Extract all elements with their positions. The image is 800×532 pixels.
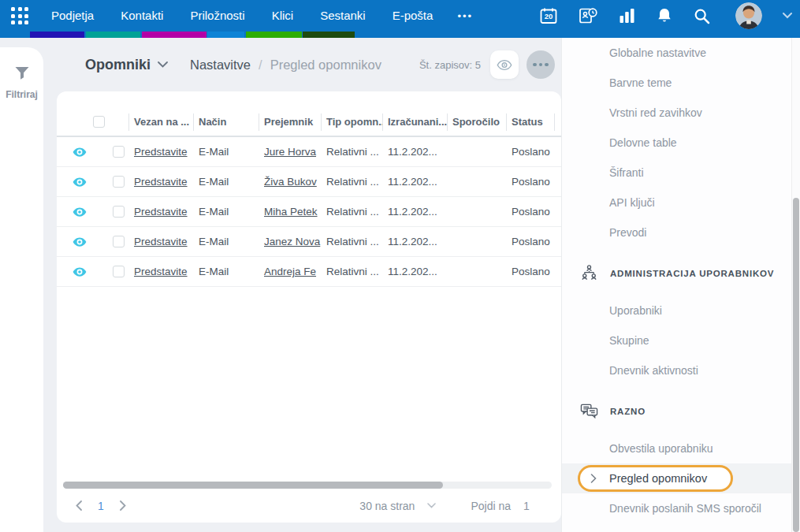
view-settings-button[interactable] xyxy=(490,50,519,79)
cell-prejemnik[interactable]: Miha Petek xyxy=(259,206,321,218)
nav-item-label: Sestanki xyxy=(320,9,366,22)
cell-prejemnik[interactable]: Janez Nova xyxy=(259,236,321,247)
sidebar-item-label: Delovne table xyxy=(609,136,677,149)
row-checkbox-cell xyxy=(88,266,128,277)
nav-item-prilo-nosti[interactable]: Priložnosti xyxy=(177,0,258,32)
filter-label: Filtriraj xyxy=(6,89,38,100)
horizontal-scrollbar-thumb[interactable] xyxy=(63,482,443,489)
row-checkbox[interactable] xyxy=(113,236,125,247)
sidebar-item-prevodi[interactable]: Prevodi xyxy=(562,218,800,247)
sidebar-section: ADMINISTRACIJA UPORABNIKOV xyxy=(562,259,800,288)
nav-item-podjetja[interactable]: Podjetja xyxy=(38,0,107,32)
cell-prejemnik[interactable]: Andreja Fe xyxy=(259,266,321,277)
goto-page-input[interactable] xyxy=(523,500,538,512)
cell-status: Poslano xyxy=(506,176,554,188)
cell-vezan-na[interactable]: Predstavite xyxy=(128,236,193,247)
page-size-select[interactable]: 30 na stran xyxy=(359,500,436,512)
nav-item-e-po-ta[interactable]: E-pošta xyxy=(379,0,447,32)
chat-bubbles-icon xyxy=(580,402,598,421)
search-icon[interactable] xyxy=(694,8,710,24)
column-header-nacin[interactable]: Način xyxy=(193,113,259,131)
sidebar-item-vrstni-red-zavihkov[interactable]: Vrstni red zavihkov xyxy=(562,98,800,128)
cell-status: Poslano xyxy=(506,266,554,277)
filter-panel[interactable]: Filtriraj xyxy=(0,47,43,532)
column-header-vezan-na[interactable]: Vezan na ... xyxy=(128,113,193,131)
nav-item-kontakti[interactable]: Kontakti xyxy=(107,0,177,32)
table-header: Vezan na ... Način Prejemnik Tip opomn..… xyxy=(57,108,561,137)
column-header-izracunani[interactable]: Izračunani... xyxy=(382,113,447,131)
eye-icon xyxy=(73,147,87,158)
contacts-history-icon[interactable] xyxy=(579,6,598,25)
prev-page-button[interactable] xyxy=(73,497,85,514)
view-record-button[interactable] xyxy=(57,177,88,188)
row-checkbox[interactable] xyxy=(113,146,125,158)
column-header-tip-opomnika[interactable]: Tip opomn... xyxy=(321,113,382,131)
cell-nacin: E-Mail xyxy=(193,236,259,247)
breadcrumb-separator: / xyxy=(259,58,262,73)
chevron-down-icon xyxy=(427,503,436,508)
calendar-icon[interactable]: 20 xyxy=(539,6,558,25)
more-actions-button[interactable] xyxy=(527,50,555,79)
nav-item-label: Kontakti xyxy=(121,9,163,22)
cell-vezan-na[interactable]: Predstavite xyxy=(128,206,193,218)
sidebar-item-api-klju-i[interactable]: API ključi xyxy=(562,188,800,218)
view-selector[interactable]: Opomniki xyxy=(85,57,168,73)
cell-izracunani: 11.2.202... xyxy=(382,146,447,158)
view-record-button[interactable] xyxy=(57,266,88,277)
sidebar-item-barvne-teme[interactable]: Barvne teme xyxy=(562,68,800,98)
sidebar-item-label: Vrstni red zavihkov xyxy=(609,106,702,119)
sidebar-item-delovne-table[interactable]: Delovne table xyxy=(562,128,800,158)
view-record-button[interactable] xyxy=(57,147,88,158)
notifications-bell-icon[interactable] xyxy=(656,7,673,24)
nav-more-button[interactable]: ••• xyxy=(446,10,484,22)
column-header-filler xyxy=(554,113,561,131)
sidebar-item-pregled-opomnikov[interactable]: Pregled opomnikov xyxy=(562,463,800,493)
breadcrumb-parent[interactable]: Nastavitve xyxy=(190,58,251,73)
sidebar-item-skupine[interactable]: Skupine xyxy=(562,326,800,355)
bar-chart-icon[interactable] xyxy=(619,8,635,24)
cell-nacin: E-Mail xyxy=(193,266,259,277)
cell-vezan-na[interactable]: Predstavite xyxy=(128,266,193,277)
sidebar-item-label: Šifranti xyxy=(609,166,644,179)
column-header-sporocilo[interactable]: Sporočilo xyxy=(447,113,506,131)
chevron-right-icon xyxy=(120,500,126,511)
sidebar-item-label: Prevodi xyxy=(609,226,646,239)
sidebar-item-obvestila-uporabniku[interactable]: Obvestila uporabniku xyxy=(562,433,800,463)
view-record-button[interactable] xyxy=(57,206,88,218)
user-menu-chevron-icon[interactable] xyxy=(783,13,792,19)
horizontal-scrollbar[interactable] xyxy=(63,482,552,489)
cell-nacin: E-Mail xyxy=(193,176,259,188)
main-nav: PodjetjaKontaktiPriložnostiKliciSestanki… xyxy=(38,0,446,32)
cell-prejemnik[interactable]: Živa Bukov xyxy=(259,176,321,188)
sidebar-item-globalne-nastavitve[interactable]: Globalne nastavitve xyxy=(562,38,800,68)
table-row: Predstavite E-Mail Jure Horva Relativni … xyxy=(57,137,561,167)
nav-item-klici[interactable]: Klici xyxy=(259,0,307,32)
sidebar-scrollbar-thumb[interactable] xyxy=(793,198,799,532)
column-header-status[interactable]: Status xyxy=(506,113,554,131)
select-all-checkbox[interactable] xyxy=(93,116,105,128)
user-avatar[interactable] xyxy=(735,2,762,29)
chevron-left-icon xyxy=(76,500,82,511)
cell-vezan-na[interactable]: Predstavite xyxy=(128,146,193,158)
next-page-button[interactable] xyxy=(117,497,129,514)
sidebar-item-dnevnik-poslanih-sms-sporo-il[interactable]: Dnevnik poslanih SMS sporočil xyxy=(562,493,800,523)
cell-nacin: E-Mail xyxy=(193,146,259,158)
column-header-prejemnik[interactable]: Prejemnik xyxy=(259,113,321,131)
row-checkbox[interactable] xyxy=(113,206,125,218)
row-checkbox[interactable] xyxy=(113,176,125,188)
view-record-button[interactable] xyxy=(57,236,88,247)
sidebar-item--ifranti[interactable]: Šifranti xyxy=(562,158,800,188)
cell-prejemnik[interactable]: Jure Horva xyxy=(259,146,321,158)
nav-item-label: Podjetja xyxy=(51,9,94,22)
sidebar-item-uporabniki[interactable]: Uporabniki xyxy=(562,296,800,326)
sidebar-item-label: Pregled opomnikov xyxy=(609,472,707,485)
settings-sidebar-list: Globalne nastavitve Barvne teme Vrstni r… xyxy=(562,38,800,523)
nav-item-sestanki[interactable]: Sestanki xyxy=(307,0,379,32)
sidebar-item-label: Globalne nastavitve xyxy=(609,47,706,59)
sidebar-item-dnevnik-aktivnosti[interactable]: Dnevnik aktivnosti xyxy=(562,355,800,385)
apps-grid-icon[interactable] xyxy=(11,7,28,24)
current-page-number[interactable]: 1 xyxy=(98,500,104,512)
row-checkbox[interactable] xyxy=(113,266,125,277)
sidebar-item-label: Barvne teme xyxy=(609,76,672,89)
cell-vezan-na[interactable]: Predstavite xyxy=(128,176,193,188)
